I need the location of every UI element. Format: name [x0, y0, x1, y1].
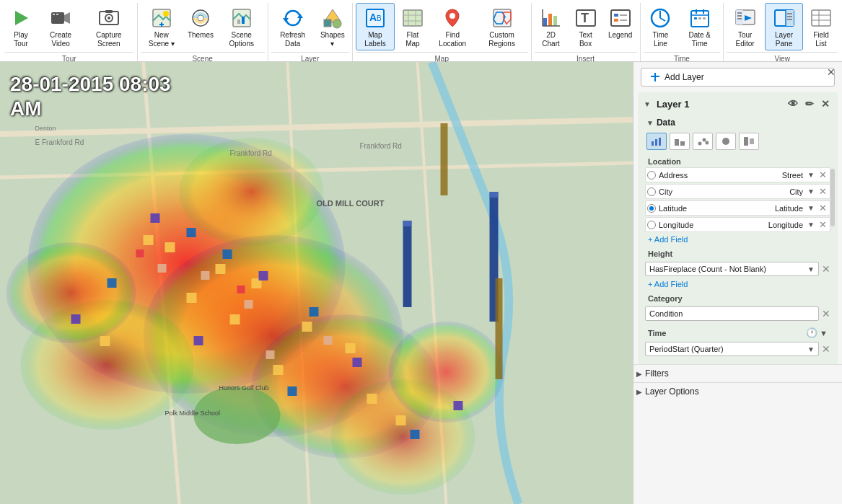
longitude-radio[interactable]: [647, 221, 656, 229]
date-time-button[interactable]: Date & Time: [679, 3, 720, 50]
svg-rect-112: [237, 286, 245, 293]
svg-text:E Frankford Rd: E Frankford Rd: [35, 138, 84, 146]
layer-edit-icon[interactable]: ✏: [803, 97, 816, 110]
longitude-field-value: Longitude: [768, 221, 804, 229]
new-scene-label: New Scene ▾: [145, 31, 178, 48]
legend-button[interactable]: Legend: [604, 3, 637, 42]
layer-options-expand[interactable]: ▶ Layer Options: [633, 382, 842, 400]
time-section-title: Time 🕐 ▼: [645, 323, 830, 340]
refresh-data-button[interactable]: Refresh Data: [271, 3, 315, 50]
time-options-arrow[interactable]: ▼: [820, 329, 828, 337]
themes-button[interactable]: Themes: [184, 3, 217, 42]
svg-rect-101: [223, 249, 232, 259]
svg-rect-4: [56, 14, 58, 15]
svg-rect-86: [490, 192, 499, 198]
capture-screen-button[interactable]: Capture Screen: [84, 3, 134, 50]
data-type-scatter[interactable]: [693, 133, 713, 150]
height-field-text: HasFireplace (Count - Not Blank): [649, 265, 807, 273]
svg-rect-116: [324, 336, 333, 345]
city-field-remove[interactable]: ✕: [817, 186, 828, 197]
height-dropdown-arrow[interactable]: ▼: [807, 265, 815, 273]
svg-marker-0: [15, 11, 28, 25]
data-type-circle[interactable]: [716, 133, 736, 150]
city-radio[interactable]: [647, 187, 656, 196]
svg-rect-62: [787, 13, 792, 14]
map-labels-icon: A B: [364, 6, 387, 30]
tour-editor-icon: [734, 6, 757, 30]
svg-rect-64: [787, 19, 792, 20]
data-type-heat[interactable]: [739, 133, 759, 150]
create-video-button[interactable]: Create Video: [39, 3, 82, 50]
layer-pane-button[interactable]: Layer Pane: [765, 3, 803, 50]
svg-text:A: A: [369, 12, 377, 23]
panel-close-button[interactable]: ✕: [823, 65, 839, 79]
svg-rect-88: [165, 242, 175, 252]
svg-rect-87: [144, 235, 154, 245]
field-list-button[interactable]: Field List: [804, 3, 838, 50]
svg-rect-105: [288, 386, 297, 396]
text-box-label: Text Box: [574, 31, 598, 48]
shapes-button[interactable]: Shapes ▾: [316, 3, 349, 50]
add-layer-button[interactable]: Add Layer: [641, 68, 835, 87]
tour-editor-button[interactable]: Tour Editor: [727, 3, 763, 50]
time-field-row[interactable]: PeriodStart (Quarter) ▼: [645, 342, 819, 356]
svg-rect-100: [187, 228, 196, 237]
play-tour-icon: [9, 6, 32, 30]
time-line-button[interactable]: Time Line: [644, 3, 678, 50]
map-labels-button[interactable]: A B Map Labels: [356, 3, 395, 50]
svg-rect-40: [614, 19, 618, 22]
data-header[interactable]: ▼ Data: [645, 115, 830, 130]
flat-map-button[interactable]: Flat Map: [396, 3, 429, 50]
find-location-button[interactable]: Find Location: [431, 3, 475, 50]
data-type-column[interactable]: [670, 133, 690, 150]
2d-chart-button[interactable]: 2D Chart: [535, 3, 568, 50]
city-dropdown-arrow[interactable]: ▼: [807, 187, 815, 195]
layer-visible-icon[interactable]: 👁: [786, 97, 800, 110]
category-field-remove[interactable]: ✕: [822, 308, 830, 319]
address-field-remove[interactable]: ✕: [817, 169, 828, 180]
latitude-dropdown-arrow[interactable]: ▼: [807, 204, 815, 212]
latitude-field-remove[interactable]: ✕: [817, 203, 828, 213]
city-field-value: City: [789, 187, 804, 196]
svg-rect-104: [353, 358, 362, 367]
svg-rect-139: [744, 137, 748, 146]
height-add-field[interactable]: + Add Field: [645, 278, 830, 290]
time-line-label: Time Line: [648, 31, 674, 48]
data-type-bar[interactable]: [646, 133, 667, 150]
svg-rect-98: [396, 415, 406, 425]
layer-remove-icon[interactable]: ✕: [819, 97, 832, 110]
flat-map-label: Flat Map: [400, 31, 425, 48]
new-scene-button[interactable]: New Scene ▾: [141, 3, 183, 50]
svg-rect-96: [100, 336, 110, 346]
layer-header: ▼ Layer 1 👁 ✏ ✕: [642, 95, 833, 112]
svg-text:OLD MILL COURT: OLD MILL COURT: [317, 199, 385, 208]
layer-collapse-arrow[interactable]: ▼: [644, 100, 651, 108]
time-dropdown-arrow[interactable]: ▼: [807, 345, 815, 353]
longitude-field-remove[interactable]: ✕: [817, 219, 828, 230]
map-container[interactable]: OLD MILL COURT Frankford Rd Frankford Rd…: [0, 62, 633, 504]
scene-options-button[interactable]: Scene Options: [219, 3, 265, 50]
svg-point-135: [698, 142, 702, 146]
height-field-remove[interactable]: ✕: [822, 263, 830, 275]
location-scrollbar[interactable]: [830, 169, 835, 226]
play-tour-button[interactable]: Play Tour: [4, 3, 38, 50]
category-field-row[interactable]: Condition: [645, 306, 819, 321]
svg-rect-93: [273, 365, 284, 375]
time-field-remove[interactable]: ✕: [822, 343, 830, 355]
tour-editor-label: Tour Editor: [731, 31, 759, 48]
address-dropdown-arrow[interactable]: ▼: [807, 171, 815, 179]
svg-rect-26: [403, 10, 422, 26]
location-add-field[interactable]: + Add Field: [645, 234, 830, 245]
longitude-dropdown-arrow[interactable]: ▼: [807, 221, 815, 229]
height-field-row[interactable]: HasFireplace (Count - Not Blank) ▼: [645, 262, 819, 276]
svg-text:B: B: [377, 14, 382, 22]
filters-expand[interactable]: ▶ Filters: [633, 364, 842, 382]
latitude-field-name: Latitude: [659, 204, 772, 213]
custom-regions-button[interactable]: Custom Regions: [476, 3, 528, 50]
svg-point-27: [449, 13, 455, 19]
latitude-radio[interactable]: [647, 204, 656, 213]
time-clock-icon: 🕐: [806, 327, 817, 338]
address-radio[interactable]: [647, 171, 656, 180]
svg-rect-140: [750, 138, 754, 144]
text-box-button[interactable]: T Text Box: [569, 3, 602, 50]
